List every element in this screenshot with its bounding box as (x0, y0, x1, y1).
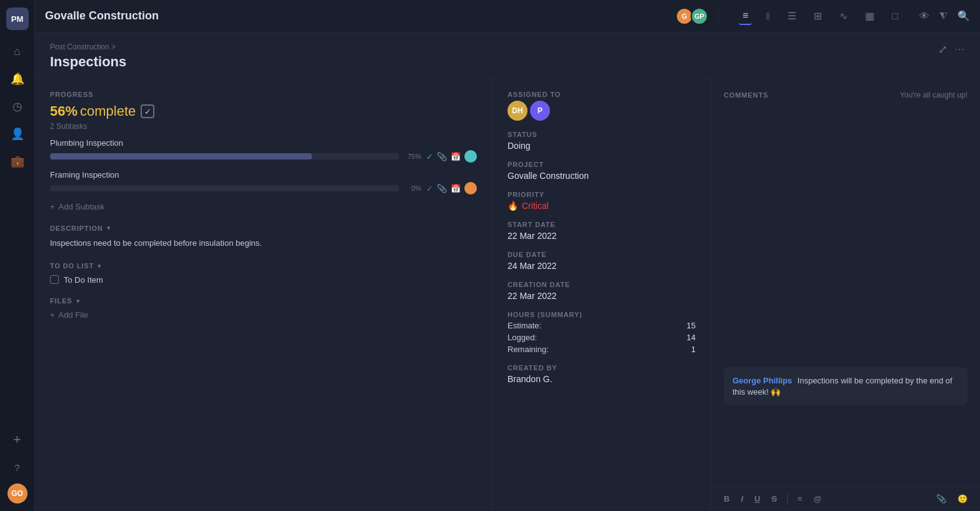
description-section: DESCRIPTION ▾ Inspections need to be com… (50, 224, 477, 250)
topbar: Govalle Construction G GP ≡ ⦀ ☰ ⊞ ∿ ▦ □ … (35, 0, 980, 33)
emoji-button[interactable]: 🙂 (955, 493, 970, 505)
attach-button[interactable]: 📎 (934, 493, 949, 505)
editor-sep-1 (787, 494, 788, 504)
todo-item-1: To Do Item (50, 275, 477, 285)
estimate-label: Estimate: (508, 321, 541, 330)
description-label: DESCRIPTION (50, 225, 103, 232)
mid-panel: ASSIGNED TO DH P STATUS Doing PROJECT Go… (492, 78, 711, 511)
assigned-avatars: DH P (508, 101, 696, 121)
add-file-button[interactable]: + Add File (50, 310, 477, 320)
mention-button[interactable]: @ (811, 493, 824, 505)
status-value: Doing (508, 141, 696, 151)
logged-value: 14 (687, 333, 696, 342)
sidebar-help-icon[interactable]: ? (6, 456, 29, 478)
subtask-1-bar (50, 153, 399, 159)
todo-item-1-text: To Do Item (64, 275, 103, 285)
comments-label: COMMENTS (724, 91, 768, 99)
sidebar-bell-icon[interactable]: 🔔 (6, 68, 29, 90)
more-options-icon[interactable]: ··· (955, 44, 965, 55)
page-header: Post Construction > Inspections ⤢ ··· (35, 33, 980, 78)
align-view-icon[interactable]: ☰ (784, 8, 800, 24)
creation-date-value: 22 Mar 2022 (508, 291, 696, 301)
breadcrumb: Post Construction > (50, 43, 126, 51)
priority-text: Critical (522, 201, 549, 211)
sidebar-user-avatar[interactable]: GO (8, 483, 28, 503)
sidebar-home-icon[interactable]: ⌂ (6, 40, 29, 63)
comment-1-author: George Phillips (732, 376, 792, 385)
sidebar-clock-icon[interactable]: ◷ (6, 95, 29, 118)
sidebar-users-icon[interactable]: 👤 (6, 123, 29, 145)
filter-icon[interactable]: ⧨ (939, 11, 948, 22)
chart-view-icon[interactable]: ∿ (836, 8, 851, 24)
subtask-1: Plumbing Inspection 75% ✓ 📎 📅 (50, 138, 477, 163)
subtask-1-name: Plumbing Inspection (50, 138, 477, 148)
editor-toolbar: B I U S ≡ @ 📎 🙂 (721, 493, 970, 505)
subtask-2: Framing Inspection 0% ✓ 📎 📅 (50, 170, 477, 195)
subtask-1-attach-icon[interactable]: 📎 (437, 152, 447, 161)
comments-panel: COMMENTS You're all caught up! George Ph… (711, 78, 980, 511)
add-subtask-label: Add Subtask (59, 202, 105, 211)
topbar-right: 👁 ⧨ 🔍 (919, 10, 970, 22)
creation-date-label: CREATION DATE (508, 281, 696, 288)
avatar-2: GP (691, 8, 708, 25)
eye-icon[interactable]: 👁 (919, 11, 929, 22)
left-panel: PROGRESS 56% complete ✓ 2 Subtasks Plumb… (35, 78, 492, 511)
priority-label: PRIORITY (508, 191, 696, 198)
page-wrapper: Post Construction > Inspections ⤢ ··· (35, 33, 980, 511)
subtask-count: 2 Subtasks (50, 122, 477, 131)
comment-1: George Phillips Inspections will be comp… (724, 367, 968, 405)
todo-chevron-icon[interactable]: ▾ (98, 262, 101, 270)
breadcrumb-sep: > (111, 43, 116, 51)
hours-label: HOURS (SUMMARY) (508, 311, 696, 318)
comment-editor: B I U S ≡ @ 📎 🙂 (711, 486, 980, 511)
subtask-1-check-icon[interactable]: ✓ (426, 152, 433, 161)
progress-percent: 56% (50, 103, 78, 119)
add-subtask-button[interactable]: + Add Subtask (50, 202, 477, 211)
columns-view-icon[interactable]: ⦀ (762, 8, 774, 24)
description-chevron-icon[interactable]: ▾ (107, 224, 111, 232)
page-title: Inspections (50, 54, 126, 70)
list-button[interactable]: ≡ (795, 493, 805, 505)
estimate-value: 15 (687, 321, 696, 330)
sidebar: PM ⌂ 🔔 ◷ 👤 💼 + ? GO (0, 0, 35, 511)
file-view-icon[interactable]: □ (888, 8, 902, 24)
sidebar-briefcase-icon[interactable]: 💼 (6, 150, 29, 173)
subtask-2-attach-icon[interactable]: 📎 (437, 184, 447, 193)
remaining-value: 1 (691, 345, 696, 354)
subtask-1-cal-icon[interactable]: 📅 (451, 152, 461, 161)
search-icon[interactable]: 🔍 (958, 10, 970, 22)
list-view-icon[interactable]: ≡ (739, 8, 752, 25)
strikethrough-button[interactable]: S (769, 493, 779, 505)
underline-button[interactable]: U (752, 493, 762, 505)
progress-complete: complete (80, 103, 136, 119)
italic-button[interactable]: I (738, 493, 746, 505)
collapse-icon[interactable]: ⤢ (938, 43, 948, 56)
app-logo: PM (6, 8, 29, 30)
subtask-2-check-icon[interactable]: ✓ (426, 184, 433, 193)
add-file-plus-icon: + (50, 310, 55, 320)
subtask-2-cal-icon[interactable]: 📅 (451, 184, 461, 193)
priority-value: 🔥 Critical (508, 201, 696, 211)
description-text: Inspections need to be completed before … (50, 237, 477, 250)
comments-body: George Phillips Inspections will be comp… (711, 104, 980, 486)
subtask-1-fill (50, 153, 312, 159)
breadcrumb-parent[interactable]: Post Construction (50, 43, 109, 51)
progress-checkbox[interactable]: ✓ (141, 104, 154, 118)
content-area: Post Construction > Inspections ⤢ ··· (35, 33, 980, 511)
todo-checkbox-1[interactable] (50, 275, 59, 284)
files-section: FILES ▾ + Add File (50, 297, 477, 320)
due-date-label: DUE DATE (508, 251, 696, 258)
files-label: FILES (50, 297, 72, 305)
bold-button[interactable]: B (721, 493, 732, 505)
sidebar-add-icon[interactable]: + (6, 428, 29, 451)
project-label: PROJECT (508, 161, 696, 168)
files-chevron-icon[interactable]: ▾ (76, 297, 80, 305)
progress-label: PROGRESS (50, 91, 477, 98)
subtask-2-pct: 0% (404, 185, 421, 192)
hours-remaining-row: Remaining: 1 (508, 345, 696, 354)
created-by-value: Brandon G. (508, 374, 696, 384)
table-view-icon[interactable]: ⊞ (810, 8, 826, 24)
calendar-view-icon[interactable]: ▦ (861, 8, 878, 24)
subtask-1-pct: 75% (404, 153, 421, 160)
assignee-avatar-2: P (530, 101, 550, 121)
